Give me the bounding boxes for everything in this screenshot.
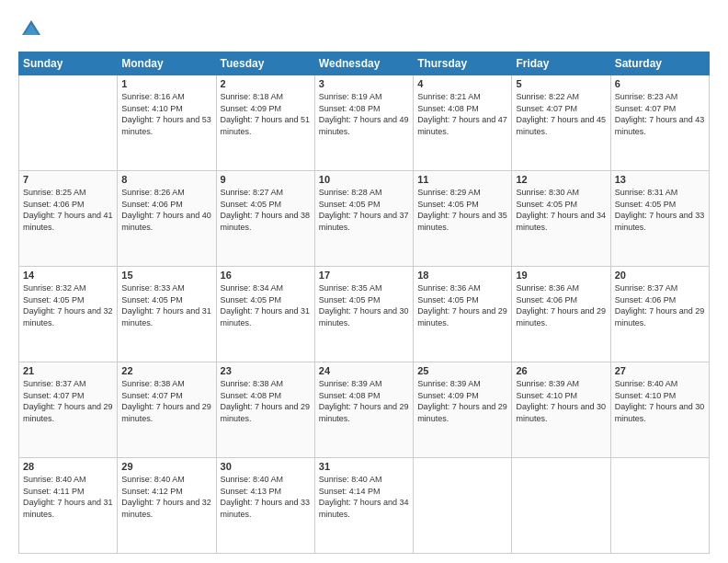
weekday-header: Thursday xyxy=(414,52,512,75)
calendar-cell: 19Sunrise: 8:36 AMSunset: 4:06 PMDayligh… xyxy=(512,267,610,362)
calendar-cell: 9Sunrise: 8:27 AMSunset: 4:05 PMDaylight… xyxy=(216,171,314,267)
calendar-cell: 10Sunrise: 8:28 AMSunset: 4:05 PMDayligh… xyxy=(314,171,413,267)
cell-info: Sunrise: 8:19 AMSunset: 4:08 PMDaylight:… xyxy=(319,91,409,137)
calendar-cell: 21Sunrise: 8:37 AMSunset: 4:07 PMDayligh… xyxy=(19,362,118,458)
calendar-cell xyxy=(414,458,512,554)
day-number: 22 xyxy=(121,365,211,376)
calendar-week-row: 7Sunrise: 8:25 AMSunset: 4:06 PMDaylight… xyxy=(19,171,710,267)
calendar-cell: 22Sunrise: 8:38 AMSunset: 4:07 PMDayligh… xyxy=(118,362,216,458)
calendar-week-row: 28Sunrise: 8:40 AMSunset: 4:11 PMDayligh… xyxy=(19,458,710,554)
day-number: 19 xyxy=(516,270,606,281)
calendar-cell xyxy=(19,75,118,171)
logo xyxy=(18,17,48,42)
cell-info: Sunrise: 8:40 AMSunset: 4:13 PMDaylight:… xyxy=(221,474,311,520)
day-number: 18 xyxy=(417,270,507,281)
weekday-header-row: SundayMondayTuesdayWednesdayThursdayFrid… xyxy=(19,52,710,75)
day-number: 20 xyxy=(615,270,705,281)
calendar-week-row: 14Sunrise: 8:32 AMSunset: 4:05 PMDayligh… xyxy=(19,267,710,362)
cell-info: Sunrise: 8:38 AMSunset: 4:08 PMDaylight:… xyxy=(221,378,311,424)
day-number: 25 xyxy=(417,365,507,376)
calendar-cell: 6Sunrise: 8:23 AMSunset: 4:07 PMDaylight… xyxy=(610,75,709,171)
cell-info: Sunrise: 8:16 AMSunset: 4:10 PMDaylight:… xyxy=(121,91,211,137)
calendar-cell: 12Sunrise: 8:30 AMSunset: 4:05 PMDayligh… xyxy=(512,171,610,267)
calendar-cell: 16Sunrise: 8:34 AMSunset: 4:05 PMDayligh… xyxy=(216,267,314,362)
cell-info: Sunrise: 8:40 AMSunset: 4:11 PMDaylight:… xyxy=(23,474,113,520)
weekday-header: Friday xyxy=(512,52,610,75)
day-number: 8 xyxy=(121,174,211,185)
day-number: 11 xyxy=(417,174,507,185)
calendar-cell: 17Sunrise: 8:35 AMSunset: 4:05 PMDayligh… xyxy=(314,267,413,362)
day-number: 1 xyxy=(121,78,211,89)
day-number: 24 xyxy=(319,365,409,376)
calendar-cell: 1Sunrise: 8:16 AMSunset: 4:10 PMDaylight… xyxy=(118,75,216,171)
day-number: 9 xyxy=(221,174,311,185)
calendar-cell: 23Sunrise: 8:38 AMSunset: 4:08 PMDayligh… xyxy=(216,362,314,458)
weekday-header: Sunday xyxy=(19,52,118,75)
day-number: 28 xyxy=(23,461,113,472)
cell-info: Sunrise: 8:39 AMSunset: 4:09 PMDaylight:… xyxy=(417,378,507,424)
cell-info: Sunrise: 8:32 AMSunset: 4:05 PMDaylight:… xyxy=(23,282,113,328)
calendar-cell: 29Sunrise: 8:40 AMSunset: 4:12 PMDayligh… xyxy=(118,458,216,554)
calendar-cell: 4Sunrise: 8:21 AMSunset: 4:08 PMDaylight… xyxy=(414,75,512,171)
cell-info: Sunrise: 8:35 AMSunset: 4:05 PMDaylight:… xyxy=(319,282,409,328)
day-number: 31 xyxy=(319,461,409,472)
day-number: 5 xyxy=(516,78,606,89)
calendar-cell: 3Sunrise: 8:19 AMSunset: 4:08 PMDaylight… xyxy=(314,75,413,171)
calendar-cell: 15Sunrise: 8:33 AMSunset: 4:05 PMDayligh… xyxy=(118,267,216,362)
cell-info: Sunrise: 8:36 AMSunset: 4:05 PMDaylight:… xyxy=(417,282,507,328)
calendar-cell: 5Sunrise: 8:22 AMSunset: 4:07 PMDaylight… xyxy=(512,75,610,171)
cell-info: Sunrise: 8:26 AMSunset: 4:06 PMDaylight:… xyxy=(121,187,211,233)
day-number: 15 xyxy=(121,270,211,281)
cell-info: Sunrise: 8:28 AMSunset: 4:05 PMDaylight:… xyxy=(319,187,409,233)
calendar-cell: 30Sunrise: 8:40 AMSunset: 4:13 PMDayligh… xyxy=(216,458,314,554)
day-number: 23 xyxy=(221,365,311,376)
calendar-week-row: 1Sunrise: 8:16 AMSunset: 4:10 PMDaylight… xyxy=(19,75,710,171)
cell-info: Sunrise: 8:22 AMSunset: 4:07 PMDaylight:… xyxy=(516,91,606,137)
calendar-cell: 13Sunrise: 8:31 AMSunset: 4:05 PMDayligh… xyxy=(610,171,709,267)
day-number: 2 xyxy=(221,78,311,89)
calendar-table: SundayMondayTuesdayWednesdayThursdayFrid… xyxy=(18,52,710,554)
calendar-page: SundayMondayTuesdayWednesdayThursdayFrid… xyxy=(0,0,728,563)
header xyxy=(18,17,710,42)
cell-info: Sunrise: 8:34 AMSunset: 4:05 PMDaylight:… xyxy=(221,282,311,328)
day-number: 10 xyxy=(319,174,409,185)
calendar-cell xyxy=(512,458,610,554)
day-number: 21 xyxy=(23,365,113,376)
cell-info: Sunrise: 8:29 AMSunset: 4:05 PMDaylight:… xyxy=(417,187,507,233)
day-number: 14 xyxy=(23,270,113,281)
cell-info: Sunrise: 8:21 AMSunset: 4:08 PMDaylight:… xyxy=(417,91,507,137)
day-number: 13 xyxy=(615,174,705,185)
cell-info: Sunrise: 8:40 AMSunset: 4:10 PMDaylight:… xyxy=(615,378,705,424)
calendar-cell xyxy=(610,458,709,554)
day-number: 3 xyxy=(319,78,409,89)
day-number: 17 xyxy=(319,270,409,281)
cell-info: Sunrise: 8:31 AMSunset: 4:05 PMDaylight:… xyxy=(615,187,705,233)
cell-info: Sunrise: 8:30 AMSunset: 4:05 PMDaylight:… xyxy=(516,187,606,233)
cell-info: Sunrise: 8:23 AMSunset: 4:07 PMDaylight:… xyxy=(615,91,705,137)
cell-info: Sunrise: 8:36 AMSunset: 4:06 PMDaylight:… xyxy=(516,282,606,328)
cell-info: Sunrise: 8:39 AMSunset: 4:08 PMDaylight:… xyxy=(319,378,409,424)
day-number: 26 xyxy=(516,365,606,376)
calendar-cell: 2Sunrise: 8:18 AMSunset: 4:09 PMDaylight… xyxy=(216,75,314,171)
cell-info: Sunrise: 8:39 AMSunset: 4:10 PMDaylight:… xyxy=(516,378,606,424)
calendar-cell: 31Sunrise: 8:40 AMSunset: 4:14 PMDayligh… xyxy=(314,458,413,554)
calendar-cell: 25Sunrise: 8:39 AMSunset: 4:09 PMDayligh… xyxy=(414,362,512,458)
day-number: 29 xyxy=(121,461,211,472)
cell-info: Sunrise: 8:25 AMSunset: 4:06 PMDaylight:… xyxy=(23,187,113,233)
calendar-cell: 14Sunrise: 8:32 AMSunset: 4:05 PMDayligh… xyxy=(19,267,118,362)
weekday-header: Wednesday xyxy=(314,52,413,75)
day-number: 4 xyxy=(417,78,507,89)
cell-info: Sunrise: 8:37 AMSunset: 4:06 PMDaylight:… xyxy=(615,282,705,328)
calendar-cell: 7Sunrise: 8:25 AMSunset: 4:06 PMDaylight… xyxy=(19,171,118,267)
weekday-header: Monday xyxy=(118,52,216,75)
day-number: 7 xyxy=(23,174,113,185)
logo-icon xyxy=(18,17,44,42)
calendar-cell: 24Sunrise: 8:39 AMSunset: 4:08 PMDayligh… xyxy=(314,362,413,458)
calendar-week-row: 21Sunrise: 8:37 AMSunset: 4:07 PMDayligh… xyxy=(19,362,710,458)
day-number: 16 xyxy=(221,270,311,281)
calendar-cell: 20Sunrise: 8:37 AMSunset: 4:06 PMDayligh… xyxy=(610,267,709,362)
calendar-cell: 27Sunrise: 8:40 AMSunset: 4:10 PMDayligh… xyxy=(610,362,709,458)
weekday-header: Saturday xyxy=(610,52,709,75)
calendar-cell: 8Sunrise: 8:26 AMSunset: 4:06 PMDaylight… xyxy=(118,171,216,267)
day-number: 27 xyxy=(615,365,705,376)
